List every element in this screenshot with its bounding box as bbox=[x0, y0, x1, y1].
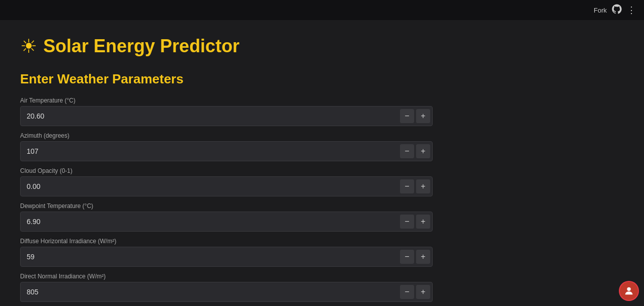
param-input-direct-normal[interactable] bbox=[27, 288, 398, 296]
param-input-cloud-opacity[interactable] bbox=[27, 182, 398, 190]
param-label-dewpoint-temp: Dewpoint Temperature (°C) bbox=[20, 202, 433, 210]
param-input-dewpoint-temp[interactable] bbox=[27, 218, 398, 226]
param-decrement-cloud-opacity[interactable]: − bbox=[400, 179, 414, 193]
main-content: ☀ Solar Energy Predictor Enter Weather P… bbox=[0, 20, 453, 306]
section-heading: Enter Weather Parameters bbox=[20, 71, 433, 87]
svg-point-0 bbox=[627, 287, 630, 291]
app-title-row: ☀ Solar Energy Predictor bbox=[20, 35, 433, 57]
param-input-row-air-temp: −+ bbox=[20, 106, 433, 126]
param-increment-dewpoint-temp[interactable]: + bbox=[416, 215, 430, 229]
param-increment-cloud-opacity[interactable]: + bbox=[416, 179, 430, 193]
param-label-cloud-opacity: Cloud Opacity (0-1) bbox=[20, 167, 433, 174]
fork-label: Fork bbox=[594, 7, 607, 14]
param-input-row-direct-normal: −+ bbox=[20, 282, 433, 302]
param-increment-diffuse-horizontal[interactable]: + bbox=[416, 250, 430, 264]
param-input-row-dewpoint-temp: −+ bbox=[20, 212, 433, 232]
param-label-direct-normal: Direct Normal Irradiance (W/m²) bbox=[20, 273, 433, 280]
app-title: Solar Energy Predictor bbox=[43, 36, 239, 57]
param-input-row-diffuse-horizontal: −+ bbox=[20, 247, 433, 267]
param-group-azimuth: Azimuth (degrees)−+ bbox=[20, 132, 433, 161]
param-increment-direct-normal[interactable]: + bbox=[416, 285, 430, 299]
param-decrement-direct-normal[interactable]: − bbox=[400, 285, 414, 299]
param-label-air-temp: Air Temperature (°C) bbox=[20, 97, 433, 104]
avatar-button[interactable] bbox=[619, 281, 639, 301]
param-input-row-azimuth: −+ bbox=[20, 141, 433, 161]
param-label-diffuse-horizontal: Diffuse Horizontal Irradiance (W/m²) bbox=[20, 238, 433, 245]
param-input-azimuth[interactable] bbox=[27, 147, 398, 155]
param-decrement-diffuse-horizontal[interactable]: − bbox=[400, 250, 414, 264]
parameters-container: Air Temperature (°C)−+Azimuth (degrees)−… bbox=[20, 97, 433, 306]
param-increment-air-temp[interactable]: + bbox=[416, 109, 430, 123]
param-group-direct-normal: Direct Normal Irradiance (W/m²)−+ bbox=[20, 273, 433, 302]
menu-icon[interactable]: ⋮ bbox=[627, 5, 636, 16]
param-decrement-dewpoint-temp[interactable]: − bbox=[400, 215, 414, 229]
param-increment-azimuth[interactable]: + bbox=[416, 144, 430, 158]
param-input-row-cloud-opacity: −+ bbox=[20, 176, 433, 196]
param-input-diffuse-horizontal[interactable] bbox=[27, 253, 398, 261]
param-input-air-temp[interactable] bbox=[27, 112, 398, 120]
avatar bbox=[620, 282, 638, 300]
param-group-diffuse-horizontal: Diffuse Horizontal Irradiance (W/m²)−+ bbox=[20, 238, 433, 267]
param-group-cloud-opacity: Cloud Opacity (0-1)−+ bbox=[20, 167, 433, 196]
param-decrement-air-temp[interactable]: − bbox=[400, 109, 414, 123]
navbar: Fork ⋮ bbox=[0, 0, 644, 20]
param-decrement-azimuth[interactable]: − bbox=[400, 144, 414, 158]
param-label-azimuth: Azimuth (degrees) bbox=[20, 132, 433, 139]
sun-icon: ☀ bbox=[20, 35, 37, 57]
github-icon[interactable] bbox=[612, 4, 622, 17]
param-group-air-temp: Air Temperature (°C)−+ bbox=[20, 97, 433, 126]
param-group-dewpoint-temp: Dewpoint Temperature (°C)−+ bbox=[20, 202, 433, 232]
